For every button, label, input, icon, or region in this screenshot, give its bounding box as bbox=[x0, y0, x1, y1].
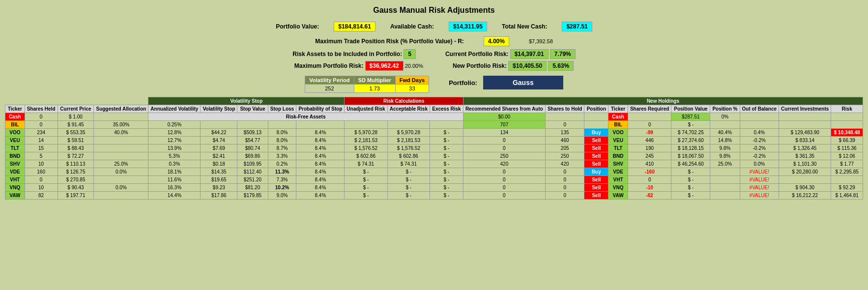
shares-to-hold-cell: 0 bbox=[545, 176, 584, 184]
unadj-risk-cell: $ - bbox=[345, 176, 387, 184]
table-row: BIL 0 $ 91.45 35.00% 0.25% 707 0 BIL 0 $… bbox=[5, 121, 863, 129]
excess-risk-cell bbox=[430, 121, 463, 129]
position-cell: Sell bbox=[584, 137, 608, 145]
fwd-days-header: Fwd Days bbox=[395, 76, 429, 85]
prob-stop-cell: 8.4% bbox=[296, 152, 345, 160]
curr-invest-cell bbox=[779, 121, 831, 129]
shares-held-cell: 234 bbox=[25, 129, 58, 137]
curr-invest-cell: $ 361.35 bbox=[779, 152, 831, 160]
col-excess-risk: Excess Risk bbox=[430, 105, 463, 113]
max-trade-risk-label: Maximum Trade Position Risk (% Portfolio… bbox=[315, 38, 464, 45]
position-cell: Sell bbox=[584, 160, 608, 168]
new-portfolio-risk-val: $10,405.50 bbox=[508, 61, 547, 71]
position-cell bbox=[584, 121, 608, 129]
pos-pct-cell: 9.8% bbox=[710, 145, 740, 152]
stop-loss-cell: 0.2% bbox=[268, 160, 296, 168]
vol-stop-cell: $4.74 bbox=[201, 137, 237, 145]
accept-risk-cell: $ 5,970.28 bbox=[387, 129, 430, 137]
prob-stop-cell: 8.4% bbox=[296, 176, 345, 184]
top-metrics-row1: Portfolio Value: $184,814.61 Available C… bbox=[0, 19, 868, 34]
col-rec-shares: Recommended Shares from Auto bbox=[463, 105, 545, 113]
shares-to-hold-cell: 420 bbox=[545, 160, 584, 168]
shares-to-hold-cell: 0 bbox=[545, 168, 584, 176]
table-row: VNQ 10 $ 90.43 0.0% 16.3% $9.23 $81.20 1… bbox=[5, 184, 863, 192]
curr-invest-cell: $ 1,326.45 bbox=[779, 145, 831, 152]
prob-stop-cell: 8.4% bbox=[296, 168, 345, 176]
rec-shares-cell: 134 bbox=[463, 129, 545, 137]
ticker2-cell: VNQ bbox=[608, 184, 628, 192]
stop-loss-cell: 9.0% bbox=[268, 192, 296, 200]
col-shares-req: Shares Required bbox=[628, 105, 671, 113]
vol-period-val[interactable]: 252 bbox=[305, 85, 354, 93]
excess-risk-cell: $ - bbox=[430, 152, 463, 160]
vol-stop-cell: $9.23 bbox=[201, 184, 237, 192]
vol-stop-cell: $2.41 bbox=[201, 152, 237, 160]
vol-stop-cell bbox=[201, 121, 237, 129]
shares-held-cell: 10 bbox=[25, 160, 58, 168]
position-cell: Buy bbox=[584, 129, 608, 137]
risk-cell: $ 2,295.85 bbox=[831, 168, 863, 176]
risk-cell: $ 92.29 bbox=[831, 184, 863, 192]
params-section: Volatility Period SD Multiplier Fwd Days… bbox=[0, 72, 868, 97]
pos-value-cell: $ 74,702.25 bbox=[671, 129, 710, 137]
pos-value-cell: $287.51 bbox=[671, 113, 710, 121]
ann-vol-cell: 0.25% bbox=[148, 121, 201, 129]
prob-stop-cell: 8.4% bbox=[296, 137, 345, 145]
pos-pct-cell: 40.4% bbox=[710, 129, 740, 137]
col-suggested-alloc: Suggested Allocation bbox=[94, 105, 148, 113]
table-row: SHV 10 $ 110.13 25.0% 0.3% $0.18 $109.95… bbox=[5, 160, 863, 168]
current-price-cell: $ 126.75 bbox=[58, 168, 94, 176]
shares-req-cell: 0 bbox=[628, 176, 671, 184]
suggested-alloc-cell: 35.00% bbox=[94, 121, 148, 129]
fwd-days-val[interactable]: 33 bbox=[395, 85, 429, 93]
current-price-cell: $ 110.13 bbox=[58, 160, 94, 168]
prob-stop-cell: 8.4% bbox=[296, 129, 345, 137]
ticker-cell: VHT bbox=[5, 176, 25, 184]
unadj-risk-cell: $ 5,970.28 bbox=[345, 129, 387, 137]
risk-cell: $ 66.39 bbox=[831, 137, 863, 145]
shares-held-cell: 15 bbox=[25, 145, 58, 152]
ticker-cell: VDE bbox=[5, 168, 25, 176]
curr-invest-cell: $ 16,212.22 bbox=[779, 192, 831, 200]
shares-req-cell: 0 bbox=[628, 121, 671, 129]
group-header-volstop: Volatility Stop bbox=[148, 97, 345, 105]
pos-value-cell: $ 18,128.15 bbox=[671, 145, 710, 152]
new-portfolio-risk-section: New Portfolio Risk: $10,405.50 5.63% bbox=[453, 61, 574, 71]
risk-cell: $ 1,464.81 bbox=[831, 192, 863, 200]
total-new-cash-label: Total New Cash: bbox=[502, 23, 547, 30]
ann-vol-cell: 16.3% bbox=[148, 184, 201, 192]
stop-value-cell bbox=[237, 121, 268, 129]
shares-to-hold-cell: 205 bbox=[545, 145, 584, 152]
ann-vol-cell: 0.3% bbox=[148, 160, 201, 168]
col-prob-stop: Probability of Stop bbox=[296, 105, 345, 113]
excess-risk-cell: $ - bbox=[430, 145, 463, 152]
ann-vol-cell: 14.4% bbox=[148, 192, 201, 200]
main-table: Volatility Stop Risk Calculations New Ho… bbox=[5, 97, 863, 200]
table-row: VDE 160 $ 126.75 0.0% 18.1% $14.35 $112.… bbox=[5, 168, 863, 176]
out-of-balance-cell: 0.0% bbox=[740, 160, 779, 168]
rec-shares-cell: 0 bbox=[463, 184, 545, 192]
col-curr-invest: Current Investments bbox=[779, 105, 831, 113]
out-of-balance-cell bbox=[740, 121, 779, 129]
shares-to-hold-cell: 0 bbox=[545, 184, 584, 192]
risk-free-label: Risk-Free Assets bbox=[148, 113, 463, 121]
risk-cell bbox=[831, 113, 863, 121]
ticker2-cell: BND bbox=[608, 152, 628, 160]
shares-req-cell: -82 bbox=[628, 192, 671, 200]
accept-risk-cell bbox=[387, 121, 430, 129]
unadj-risk-cell: $ - bbox=[345, 192, 387, 200]
current-portfolio-risk-pct: 7.79% bbox=[550, 49, 576, 59]
shares-to-hold-cell: 460 bbox=[545, 137, 584, 145]
ticker-cell: TLT bbox=[5, 145, 25, 152]
current-price-cell: $ 1.00 bbox=[58, 113, 94, 121]
ann-vol-cell: 11.6% bbox=[148, 176, 201, 184]
rec-shares-cell: 0 bbox=[463, 145, 545, 152]
table-row: VAW 82 $ 197.71 14.4% $17.86 $179.85 9.0… bbox=[5, 192, 863, 200]
pos-pct-cell: 0% bbox=[710, 113, 740, 121]
risk-cell: $ 115.36 bbox=[831, 145, 863, 152]
table-row: VOO 234 $ 553.35 40.0% 12.8% $44.22 $509… bbox=[5, 129, 863, 137]
stop-value-cell: $69.86 bbox=[237, 152, 268, 160]
col-unadj-risk: Unadjusted Risk bbox=[345, 105, 387, 113]
sd-mult-val[interactable]: 1.73 bbox=[354, 85, 395, 93]
stop-loss-cell: 8.7% bbox=[268, 145, 296, 152]
